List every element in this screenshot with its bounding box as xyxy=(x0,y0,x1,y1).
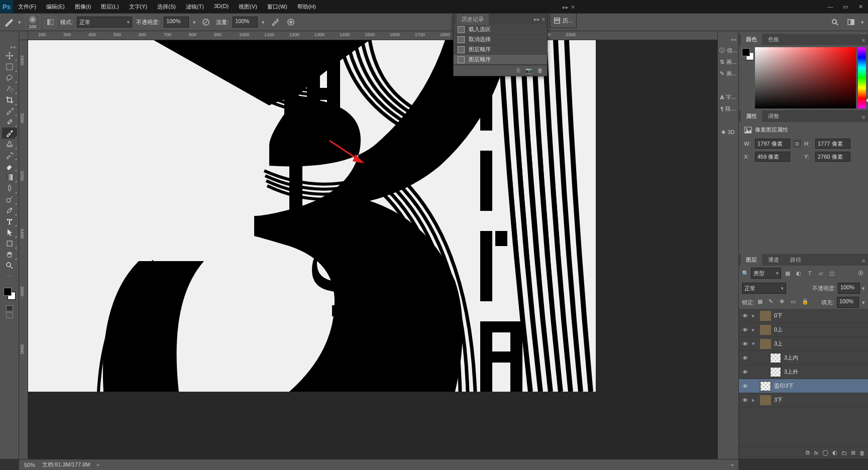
menu-filter[interactable]: 滤镜(T) xyxy=(181,0,209,14)
airbrush-icon[interactable] xyxy=(269,16,281,28)
layer-row[interactable]: 👁▸0上 xyxy=(739,323,868,337)
blur-tool[interactable] xyxy=(2,183,17,194)
opacity-flyout-icon[interactable]: ▾ xyxy=(193,19,196,26)
float-close-icon[interactable]: ✕ xyxy=(571,4,575,11)
layer-mask-icon[interactable]: ◯ xyxy=(822,449,828,456)
edit-toolbar[interactable]: ⋯ xyxy=(2,271,17,282)
layer-row[interactable]: 👁3上内 xyxy=(739,351,868,365)
standard-mode[interactable] xyxy=(6,305,13,311)
color-swatches[interactable] xyxy=(2,286,17,301)
layer-opacity-flyout[interactable]: ▾ xyxy=(862,285,865,292)
lasso-tool[interactable] xyxy=(2,72,17,83)
filter-toggle-icon[interactable]: ⦿ xyxy=(856,269,865,278)
eraser-tool[interactable] xyxy=(2,161,17,172)
layer-row[interactable]: 👁▾3上 xyxy=(739,337,868,351)
foreground-color-swatch[interactable] xyxy=(4,288,12,296)
path-select-tool[interactable] xyxy=(2,227,17,238)
opacity-input[interactable]: 100% xyxy=(164,17,189,28)
brush-tool[interactable] xyxy=(2,128,17,139)
pressure-size-icon[interactable] xyxy=(285,16,297,28)
saturation-value-picker[interactable] xyxy=(755,47,856,108)
hand-tool[interactable] xyxy=(2,249,17,260)
lock-all-icon[interactable]: 🔒 xyxy=(802,298,810,306)
width-value[interactable]: 1797 像素 xyxy=(755,139,790,149)
filter-smart-icon[interactable]: ◫ xyxy=(827,269,836,278)
history-item[interactable]: 载入选区 xyxy=(454,25,547,35)
mask-mode-toggle[interactable] xyxy=(6,305,13,318)
search-icon[interactable] xyxy=(829,16,841,28)
menu-type[interactable]: 文字(Y) xyxy=(124,0,153,14)
layer-name[interactable]: 0上 xyxy=(774,326,783,333)
history-item[interactable]: 图层顺序 xyxy=(454,55,547,65)
gradient-tool[interactable] xyxy=(2,172,17,183)
quick-select-tool[interactable] xyxy=(2,83,17,94)
layer-name[interactable]: 3上 xyxy=(774,340,783,347)
tab-swatches[interactable]: 色板 xyxy=(763,34,784,45)
history-item[interactable]: 图层顺序 xyxy=(454,45,547,55)
adjustment-layer-icon[interactable]: ◐ xyxy=(832,449,837,456)
tab-adjustments[interactable]: 调整 xyxy=(763,110,784,122)
menu-3d[interactable]: 3D(D) xyxy=(209,0,234,14)
delete-state-icon[interactable]: 🗑 xyxy=(537,67,543,74)
workspace-flyout-icon[interactable]: ▾ xyxy=(861,19,864,26)
history-list[interactable]: 载入选区取消选择图层顺序图层顺序 xyxy=(454,25,547,65)
layer-visibility-icon[interactable]: 👁 xyxy=(741,383,749,389)
doc-info[interactable]: 文档:81.3M/177.8M xyxy=(42,461,90,468)
layer-visibility-icon[interactable]: 👁 xyxy=(741,355,749,361)
horizontal-ruler[interactable]: 2003004005006007008009001000110012001300… xyxy=(28,31,717,40)
brush-panel-toggle[interactable] xyxy=(44,16,56,28)
document-canvas[interactable] xyxy=(28,40,717,459)
menu-file[interactable]: 文件(F) xyxy=(13,0,41,14)
window-maximize[interactable]: ▭ xyxy=(838,0,853,13)
layer-filter-kind[interactable]: 类型 xyxy=(751,268,781,279)
layer-name[interactable]: 盖印3下 xyxy=(774,382,794,390)
delete-layer-icon[interactable]: 🗑 xyxy=(859,450,865,456)
filter-shape-icon[interactable]: ▱ xyxy=(816,269,825,278)
filter-type-icon[interactable]: T xyxy=(805,269,814,278)
layer-row[interactable]: 👁3上外 xyxy=(739,365,868,379)
brush-tool-icon[interactable] xyxy=(4,17,14,27)
expand-toolbox-icon[interactable]: ▸▸ xyxy=(0,43,19,50)
flow-input[interactable]: 100% xyxy=(233,17,258,28)
color-fgbg-swatches[interactable] xyxy=(739,45,755,110)
lock-pixels-icon[interactable]: ✎ xyxy=(769,298,777,306)
layer-row[interactable]: 👁盖印3下 xyxy=(739,379,868,393)
doc-info-flyout-icon[interactable]: ▸ xyxy=(97,461,100,468)
window-close[interactable]: ✕ xyxy=(853,0,868,13)
height-value[interactable]: 1777 像素 xyxy=(815,139,850,149)
flow-flyout-icon[interactable]: ▾ xyxy=(262,19,265,26)
zoom-level[interactable]: 50% xyxy=(24,462,35,468)
panel-fg-swatch[interactable] xyxy=(742,48,750,56)
layer-list[interactable]: 👁▸0下👁▸0上👁▾3上👁3上内👁3上外👁盖印3下👁▸3下 xyxy=(739,309,868,446)
tab-paths[interactable]: 路径 xyxy=(785,254,806,266)
healing-tool[interactable] xyxy=(2,116,17,128)
move-tool[interactable] xyxy=(2,50,17,61)
layer-name[interactable]: 3上内 xyxy=(784,354,798,362)
pressure-opacity-icon[interactable] xyxy=(200,16,212,28)
dock-collapse-icon[interactable]: ◂◂ xyxy=(718,36,738,43)
new-layer-icon[interactable]: ⊞ xyxy=(851,449,855,456)
dock-3d[interactable]: ◈3D xyxy=(719,129,738,135)
filter-adjust-icon[interactable]: ◐ xyxy=(794,269,803,278)
workspace-switcher-icon[interactable] xyxy=(845,16,857,28)
dock-brush-settings[interactable]: ⇅画... xyxy=(719,58,738,66)
snapshot-icon[interactable]: 📷 xyxy=(525,67,532,74)
layer-twisty-icon[interactable]: ▾ xyxy=(752,340,757,347)
shape-tool[interactable] xyxy=(2,238,17,249)
quickmask-mode[interactable] xyxy=(6,312,13,318)
layer-visibility-icon[interactable]: 👁 xyxy=(741,341,749,347)
scroll-left-icon[interactable]: ◂ xyxy=(730,461,733,468)
menu-select[interactable]: 选择(S) xyxy=(152,0,181,14)
crop-tool[interactable] xyxy=(2,94,17,105)
layer-twisty-icon[interactable]: ▸ xyxy=(752,326,757,333)
dock-character[interactable]: A字... xyxy=(719,93,738,101)
tab-layers[interactable]: 图层 xyxy=(741,254,762,266)
layer-name[interactable]: 3上外 xyxy=(784,368,798,376)
layer-blend-select[interactable]: 正常 xyxy=(742,283,786,294)
x-value[interactable]: 459 像素 xyxy=(755,152,790,162)
layer-name[interactable]: 0下 xyxy=(774,312,783,319)
layers-panel-menu-icon[interactable]: ≡ xyxy=(859,256,868,266)
tab-color[interactable]: 颜色 xyxy=(741,34,762,45)
tab-channels[interactable]: 通道 xyxy=(763,254,784,266)
history-brush-tool[interactable] xyxy=(2,150,17,161)
